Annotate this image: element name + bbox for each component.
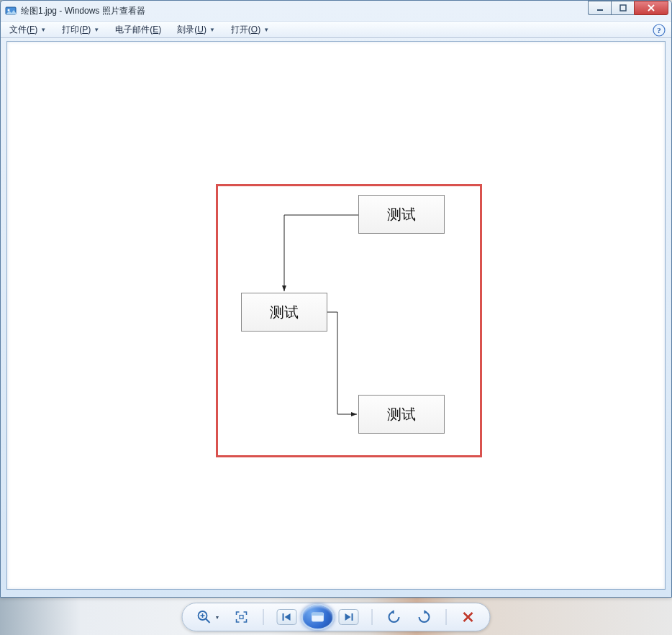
- rotate-ccw-button[interactable]: [385, 608, 402, 626]
- help-icon[interactable]: ?: [653, 24, 666, 37]
- chevron-down-icon: ▼: [209, 27, 215, 33]
- svg-rect-14: [351, 613, 353, 621]
- svg-rect-11: [282, 613, 283, 621]
- nav-cluster: [276, 604, 358, 630]
- svg-rect-10: [240, 616, 243, 619]
- close-button[interactable]: [634, 1, 668, 15]
- toolbar-divider: [445, 609, 446, 625]
- menu-print-label: 打印(P): [62, 24, 91, 36]
- image-viewport[interactable]: 测试 测试 测试: [6, 41, 666, 590]
- window-controls: [588, 1, 668, 15]
- svg-rect-3: [620, 5, 626, 11]
- svg-rect-13: [312, 613, 323, 616]
- title-bar[interactable]: 绘图1.jpg - Windows 照片查看器: [1, 1, 671, 21]
- viewer-toolbar: ▼: [182, 603, 491, 631]
- delete-button[interactable]: [459, 608, 476, 626]
- minimize-button[interactable]: [588, 1, 611, 15]
- menu-bar: 文件(F) ▼ 打印(P) ▼ 电子邮件(E) 刻录(U) ▼ 打开(O) ▼ …: [1, 21, 671, 38]
- maximize-button[interactable]: [611, 1, 634, 15]
- menu-burn[interactable]: 刻录(U) ▼: [174, 22, 218, 37]
- toolbar-divider: [371, 609, 372, 625]
- zoom-control[interactable]: ▼: [196, 608, 220, 626]
- menu-open-label: 打开(O): [231, 24, 260, 36]
- menu-burn-label: 刻录(U): [177, 24, 206, 36]
- menu-email-label: 电子邮件(E): [115, 24, 161, 36]
- slideshow-button[interactable]: [301, 604, 334, 630]
- app-icon: [5, 5, 17, 17]
- menu-email[interactable]: 电子邮件(E): [112, 22, 164, 37]
- diagram-image: 测试 测试 测试: [216, 184, 482, 457]
- svg-text:?: ?: [657, 26, 661, 35]
- window-title: 绘图1.jpg - Windows 照片查看器: [21, 5, 145, 17]
- chevron-down-icon: ▼: [94, 27, 99, 33]
- zoom-icon[interactable]: [196, 608, 213, 626]
- svg-rect-2: [597, 9, 603, 11]
- previous-button[interactable]: [276, 609, 296, 625]
- chevron-down-icon: ▼: [40, 27, 46, 33]
- rotate-cw-button[interactable]: [415, 608, 432, 626]
- fit-to-window-button[interactable]: [232, 608, 250, 626]
- svg-line-7: [206, 619, 210, 623]
- chevron-down-icon: ▼: [263, 27, 269, 33]
- menu-open[interactable]: 打开(O) ▼: [228, 22, 272, 37]
- diagram-arrows: [218, 186, 484, 460]
- menu-file-label: 文件(F): [9, 24, 37, 36]
- photo-viewer-window: 绘图1.jpg - Windows 照片查看器 文件(F) ▼ 打印(P) ▼ …: [0, 0, 672, 598]
- toolbar-divider: [263, 609, 263, 625]
- menu-file[interactable]: 文件(F) ▼: [6, 22, 49, 37]
- next-button[interactable]: [338, 609, 358, 625]
- chevron-down-icon[interactable]: ▼: [215, 615, 220, 620]
- menu-print[interactable]: 打印(P) ▼: [59, 22, 102, 37]
